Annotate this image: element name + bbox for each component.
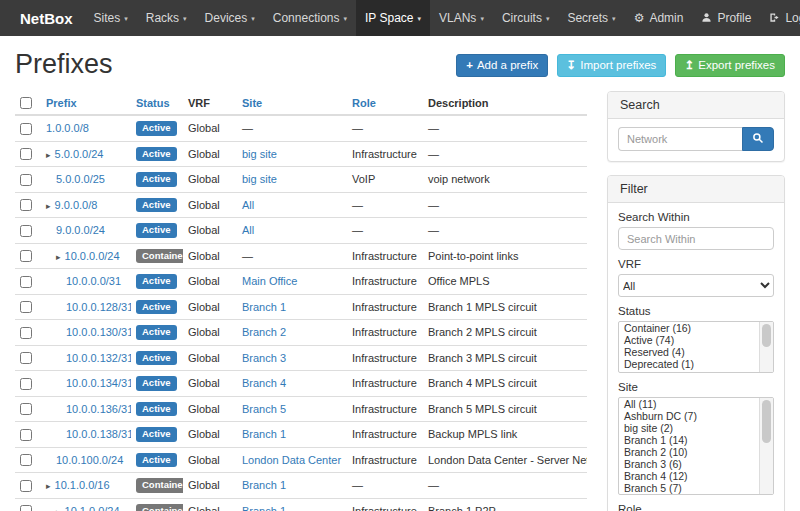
- site-link[interactable]: Branch 1: [242, 505, 286, 511]
- column-header-prefix[interactable]: Prefix: [41, 91, 131, 115]
- nav-item-connections[interactable]: Connections▾: [264, 0, 356, 36]
- site-link[interactable]: Branch 5: [242, 403, 286, 415]
- column-header-site[interactable]: Site: [237, 91, 347, 115]
- table-row: ▸10.1.0.0/24ContainerGlobalBranch 1Infra…: [15, 498, 587, 511]
- site-link[interactable]: Branch 2: [242, 326, 286, 338]
- site-option[interactable]: Branch 2 (10): [619, 446, 758, 458]
- status-option[interactable]: Container (16): [619, 322, 758, 334]
- site-listbox[interactable]: All (11)Ashburn DC (7)big site (2)Branch…: [618, 397, 774, 495]
- expand-icon[interactable]: ▸: [56, 507, 61, 511]
- row-checkbox[interactable]: [20, 301, 32, 313]
- prefix-link[interactable]: 10.0.0.0/24: [65, 250, 120, 262]
- row-checkbox[interactable]: [20, 148, 32, 160]
- site-cell: —: [242, 250, 253, 262]
- row-checkbox[interactable]: [20, 454, 32, 466]
- site-link[interactable]: big site: [242, 173, 277, 185]
- site-link[interactable]: All: [242, 199, 254, 211]
- column-header-role[interactable]: Role: [347, 91, 423, 115]
- prefix-link[interactable]: 9.0.0.0/24: [56, 224, 105, 236]
- search-input[interactable]: [618, 127, 742, 151]
- status-option[interactable]: Deprecated (1): [619, 358, 758, 370]
- row-checkbox[interactable]: [20, 480, 32, 492]
- vrf-cell: Global: [183, 294, 237, 320]
- row-checkbox[interactable]: [20, 225, 32, 237]
- nav-item-secrets[interactable]: Secrets▾: [558, 0, 624, 36]
- site-link[interactable]: big site: [242, 148, 277, 160]
- site-option[interactable]: All (11): [619, 398, 758, 410]
- prefix-link[interactable]: 10.0.0.130/31: [66, 326, 131, 338]
- row-checkbox[interactable]: [20, 199, 32, 211]
- row-checkbox[interactable]: [20, 429, 32, 441]
- status-badge: Active: [136, 376, 177, 391]
- row-checkbox[interactable]: [20, 403, 32, 415]
- nav-item-devices[interactable]: Devices▾: [196, 0, 264, 36]
- brand-logo[interactable]: NetBox: [8, 0, 85, 36]
- site-link[interactable]: Branch 3: [242, 352, 286, 364]
- table-row: 10.0.0.0/31ActiveGlobalMain OfficeInfras…: [15, 269, 587, 295]
- row-checkbox[interactable]: [20, 378, 32, 390]
- prefix-link[interactable]: 10.0.0.132/31: [66, 352, 131, 364]
- prefix-link[interactable]: 1.0.0.0/8: [46, 122, 89, 134]
- nav-profile[interactable]: Profile: [692, 0, 760, 36]
- nav-item-sites[interactable]: Sites▾: [85, 0, 137, 36]
- scrollbar[interactable]: [759, 398, 773, 494]
- row-checkbox[interactable]: [20, 505, 32, 511]
- row-checkbox[interactable]: [20, 123, 32, 135]
- site-link[interactable]: Branch 1: [242, 479, 286, 491]
- prefix-link[interactable]: 10.0.0.134/31: [66, 377, 131, 389]
- prefix-link[interactable]: 10.0.0.138/31: [66, 428, 131, 440]
- nav-item-ip-space[interactable]: IP Space▾: [356, 0, 430, 36]
- expand-icon[interactable]: ▸: [46, 150, 51, 160]
- nav-item-racks[interactable]: Racks▾: [137, 0, 196, 36]
- prefix-link[interactable]: 9.0.0.0/8: [55, 199, 98, 211]
- prefix-link[interactable]: 10.0.0.128/31: [66, 301, 131, 313]
- prefix-link[interactable]: 10.1.0.0/24: [65, 505, 120, 511]
- row-checkbox[interactable]: [20, 352, 32, 364]
- site-link[interactable]: London Data Center: [242, 454, 341, 466]
- prefix-link[interactable]: 10.1.0.0/16: [55, 479, 110, 491]
- role-cell: —: [347, 218, 423, 244]
- row-checkbox[interactable]: [20, 327, 32, 339]
- vrf-select[interactable]: All: [618, 274, 774, 297]
- site-link[interactable]: All: [242, 224, 254, 236]
- row-checkbox[interactable]: [20, 276, 32, 288]
- site-option[interactable]: Branch 3 (6): [619, 458, 758, 470]
- site-link[interactable]: Branch 1: [242, 428, 286, 440]
- prefix-link[interactable]: 5.0.0.0/25: [56, 173, 105, 185]
- nav-item-vlans[interactable]: VLANs▾: [430, 0, 493, 36]
- site-link[interactable]: Branch 1: [242, 301, 286, 313]
- select-all-checkbox[interactable]: [20, 97, 32, 109]
- import-prefixes-button[interactable]: ↧Import prefixes: [557, 54, 667, 77]
- export-prefixes-button[interactable]: ↥Export prefixes: [675, 54, 785, 77]
- status-listbox[interactable]: Container (16)Active (74)Reserved (4)Dep…: [618, 321, 774, 373]
- column-header-status[interactable]: Status: [131, 91, 183, 115]
- add-prefix-button[interactable]: +Add a prefix: [456, 54, 548, 77]
- prefix-link[interactable]: 5.0.0.0/24: [55, 148, 104, 160]
- scrollbar[interactable]: [759, 322, 773, 372]
- site-link[interactable]: Main Office: [242, 275, 297, 287]
- search-within-input[interactable]: [618, 227, 774, 250]
- row-checkbox[interactable]: [20, 250, 32, 262]
- site-option[interactable]: Branch 1 (14): [619, 434, 758, 446]
- status-option[interactable]: Reserved (4): [619, 346, 758, 358]
- site-link[interactable]: Branch 4: [242, 377, 286, 389]
- nav-item-circuits[interactable]: Circuits▾: [493, 0, 559, 36]
- prefix-link[interactable]: 10.0.0.0/31: [66, 275, 121, 287]
- site-option[interactable]: big site (2): [619, 422, 758, 434]
- expand-icon[interactable]: ▸: [46, 481, 51, 491]
- log-out-icon: [769, 12, 780, 25]
- search-button[interactable]: [742, 127, 774, 151]
- prefix-link[interactable]: 10.0.0.136/31: [66, 403, 131, 415]
- site-option[interactable]: Branch 4 (12): [619, 470, 758, 482]
- row-checkbox[interactable]: [20, 174, 32, 186]
- site-option[interactable]: Ashburn DC (7): [619, 410, 758, 422]
- site-label: Site: [618, 381, 774, 393]
- status-option[interactable]: Active (74): [619, 334, 758, 346]
- prefix-link[interactable]: 10.0.100.0/24: [56, 454, 123, 466]
- expand-icon[interactable]: ▸: [46, 201, 51, 211]
- description-cell: Branch 1 P2P: [423, 498, 587, 511]
- site-option[interactable]: Branch 5 (7): [619, 482, 758, 494]
- expand-icon[interactable]: ▸: [56, 252, 61, 262]
- nav-admin[interactable]: ⚙ Admin: [625, 0, 693, 36]
- nav-logout[interactable]: Log out: [760, 0, 800, 36]
